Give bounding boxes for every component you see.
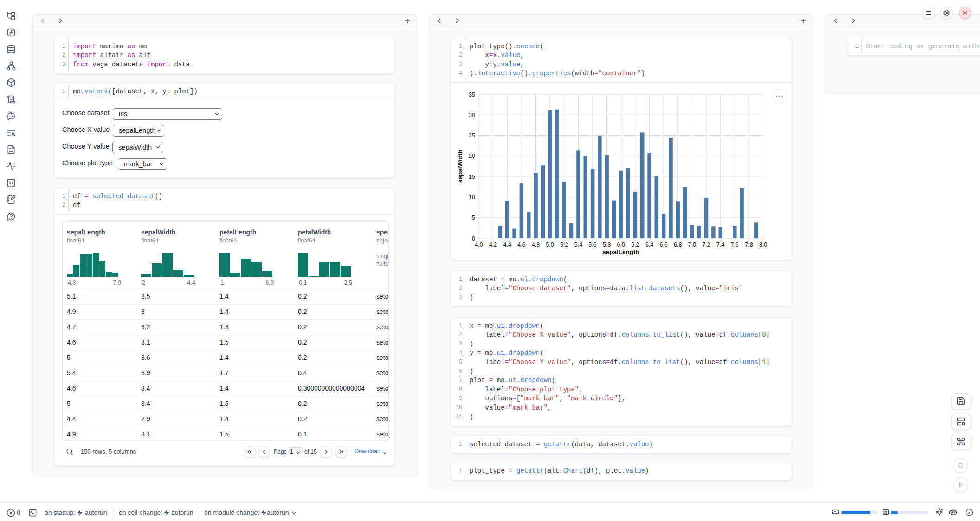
svg-text:5.2: 5.2 — [560, 241, 568, 248]
svg-text:7.0: 7.0 — [688, 241, 696, 248]
svg-text:30: 30 — [469, 112, 475, 118]
svg-text:10: 10 — [469, 194, 475, 201]
svg-text:4.8: 4.8 — [532, 241, 540, 248]
svg-text:6.6: 6.6 — [660, 241, 668, 248]
svg-text:20: 20 — [469, 153, 475, 159]
svg-text:6.0: 6.0 — [617, 241, 625, 248]
svg-text:8.0: 8.0 — [759, 241, 767, 248]
svg-text:sepalWidth: sepalWidth — [457, 150, 464, 183]
svg-text:35: 35 — [469, 91, 475, 98]
svg-text:5.6: 5.6 — [588, 241, 596, 248]
svg-text:7.4: 7.4 — [716, 241, 724, 248]
svg-text:5.8: 5.8 — [603, 241, 611, 248]
svg-text:5.0: 5.0 — [546, 241, 554, 248]
svg-text:5.4: 5.4 — [574, 241, 582, 248]
svg-text:0: 0 — [472, 235, 475, 242]
svg-text:7.6: 7.6 — [731, 241, 739, 248]
svg-text:6.4: 6.4 — [645, 241, 653, 248]
svg-text:4.6: 4.6 — [517, 241, 525, 248]
svg-text:sepalLength: sepalLength — [602, 248, 639, 255]
svg-text:25: 25 — [469, 132, 475, 139]
svg-text:4.2: 4.2 — [489, 241, 497, 248]
svg-text:4.4: 4.4 — [503, 241, 511, 248]
svg-text:6.2: 6.2 — [631, 241, 639, 248]
svg-text:4.0: 4.0 — [475, 241, 483, 248]
svg-text:7.2: 7.2 — [702, 241, 710, 248]
svg-text:6.8: 6.8 — [674, 241, 682, 248]
svg-text:5: 5 — [472, 215, 475, 221]
svg-text:15: 15 — [469, 174, 475, 180]
svg-text:7.8: 7.8 — [745, 241, 753, 248]
